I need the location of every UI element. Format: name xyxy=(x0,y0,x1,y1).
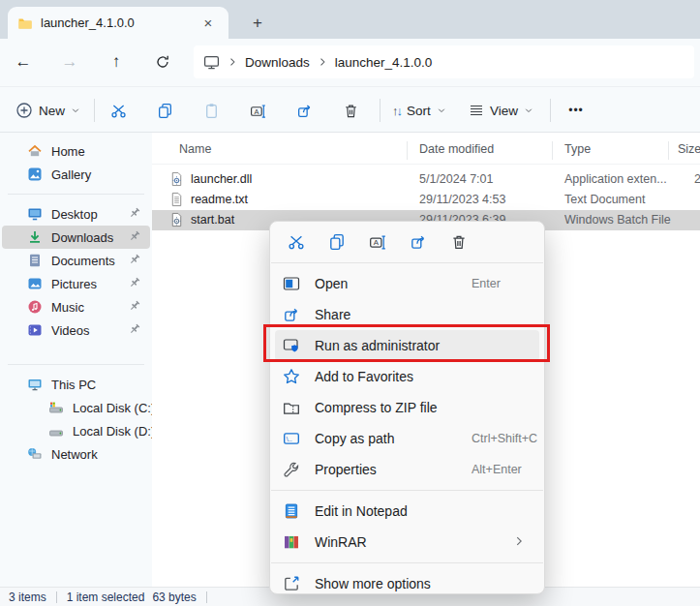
sidebar-item-network[interactable]: Network xyxy=(2,442,150,466)
rename-button[interactable]: A xyxy=(242,95,273,126)
chevron-down-icon xyxy=(71,106,80,115)
column-resizer[interactable] xyxy=(668,141,669,160)
folder-icon xyxy=(17,15,33,31)
menu-item-run-as-administrator[interactable]: Run as administrator xyxy=(275,330,539,361)
trash-icon xyxy=(450,233,468,251)
svg-text:A: A xyxy=(254,106,259,115)
sidebar-item-music[interactable]: Music xyxy=(2,295,150,318)
menu-divider xyxy=(271,490,543,491)
share-button[interactable] xyxy=(289,95,320,126)
context-copy-button[interactable] xyxy=(319,227,355,257)
column-header-size[interactable]: Size xyxy=(678,142,700,156)
menu-item-edit-in-notepad[interactable]: Edit in Notepad xyxy=(275,496,539,527)
up-button[interactable]: ↑ xyxy=(101,46,132,77)
music-icon xyxy=(27,299,43,315)
menu-item-copy-as-path[interactable]: \.. Copy as path Ctrl+Shift+C xyxy=(275,423,539,454)
header-divider xyxy=(152,164,700,165)
sidebar-item-home[interactable]: Home xyxy=(2,139,150,163)
column-header-name[interactable]: Name xyxy=(179,142,211,156)
pictures-icon xyxy=(27,276,43,291)
context-cut-button[interactable] xyxy=(278,227,315,257)
navigation-bar: ← → ↑ Downloads launcher_4.1.0.0 xyxy=(0,39,700,86)
share-icon xyxy=(283,306,300,323)
tab-title: launcher_4.1.0.0 xyxy=(41,15,198,30)
column-header-type[interactable]: Type xyxy=(564,142,591,156)
menu-divider xyxy=(271,562,543,563)
context-rename-button[interactable]: A xyxy=(359,227,396,257)
chevron-right-icon xyxy=(317,56,328,68)
paste-button xyxy=(196,95,227,126)
gallery-icon xyxy=(27,167,43,182)
column-header-date-modified[interactable]: Date modified xyxy=(419,142,494,156)
menu-item-compress-to-zip[interactable]: Compress to ZIP file xyxy=(275,392,539,423)
sidebar: Home Gallery Desktop Downloads Documents… xyxy=(0,133,152,587)
pin-icon[interactable] xyxy=(128,253,141,266)
copy-button[interactable] xyxy=(149,95,180,126)
share-icon xyxy=(410,233,427,251)
sidebar-item-desktop[interactable]: Desktop xyxy=(2,202,150,226)
pin-icon[interactable] xyxy=(128,276,141,289)
context-menu: A Open Enter Share Run as administrator … xyxy=(269,221,545,594)
menu-item-show-more-options[interactable]: Show more options xyxy=(275,568,539,599)
delete-button[interactable] xyxy=(335,95,366,126)
file-row-readme-txt[interactable]: readme.txt 29/11/2023 4:53 Text Document xyxy=(152,190,700,210)
sidebar-item-local-disk-d[interactable]: Local Disk (D:) xyxy=(2,419,150,442)
sidebar-item-gallery[interactable]: Gallery xyxy=(2,163,150,186)
breadcrumb-downloads[interactable]: Downloads xyxy=(245,55,310,70)
network-icon xyxy=(27,446,43,462)
menu-item-winrar[interactable]: WinRAR xyxy=(275,527,539,558)
menu-item-add-to-favorites[interactable]: Add to Favorites xyxy=(275,361,539,392)
column-resizer[interactable] xyxy=(407,141,408,160)
notepad-icon xyxy=(283,502,300,520)
trash-icon xyxy=(343,103,359,119)
title-bar: launcher_4.1.0.0 × + xyxy=(0,0,700,39)
home-icon xyxy=(27,143,43,159)
refresh-button[interactable] xyxy=(147,46,178,77)
downloads-icon xyxy=(27,229,43,245)
sidebar-item-documents[interactable]: Documents xyxy=(2,249,150,272)
more-options-button[interactable]: ••• xyxy=(560,95,593,126)
sidebar-item-videos[interactable]: Videos xyxy=(2,318,150,342)
new-tab-button[interactable]: + xyxy=(246,12,269,35)
sidebar-divider xyxy=(8,364,144,365)
txt-file-icon xyxy=(169,192,184,207)
cut-icon xyxy=(110,103,127,119)
pin-icon[interactable] xyxy=(128,206,141,220)
view-button-label: View xyxy=(490,104,518,118)
column-resizer[interactable] xyxy=(552,141,553,160)
context-delete-button[interactable] xyxy=(441,227,477,257)
tab-close-icon[interactable]: × xyxy=(198,13,219,34)
context-menu-icon-bar: A xyxy=(270,224,544,260)
address-bar[interactable]: Downloads launcher_4.1.0.0 xyxy=(194,45,694,78)
disk-c-icon xyxy=(48,400,64,415)
menu-item-share[interactable]: Share xyxy=(275,299,539,330)
explorer-tab[interactable]: launcher_4.1.0.0 × xyxy=(8,7,228,39)
bat-file-icon xyxy=(169,212,184,227)
pin-icon[interactable] xyxy=(128,229,141,243)
pin-icon[interactable] xyxy=(128,299,141,313)
new-button[interactable]: New xyxy=(10,95,86,126)
breadcrumb-current-folder[interactable]: launcher_4.1.0.0 xyxy=(335,55,433,70)
path-icon: \.. xyxy=(283,430,300,447)
share-icon xyxy=(296,103,313,119)
menu-item-open[interactable]: Open Enter xyxy=(275,268,539,299)
menu-item-properties[interactable]: Properties Alt+Enter xyxy=(275,454,539,485)
sidebar-item-this-pc[interactable]: This PC xyxy=(2,373,150,396)
status-divider xyxy=(206,591,207,603)
disk-d-icon xyxy=(48,423,64,439)
pin-icon[interactable] xyxy=(128,322,141,336)
status-divider xyxy=(56,591,57,603)
sidebar-item-downloads[interactable]: Downloads xyxy=(2,226,150,249)
sidebar-item-local-disk-c[interactable]: Local Disk (C:) xyxy=(2,396,150,419)
sort-button[interactable]: ↑↓ Sort xyxy=(386,95,452,126)
sidebar-item-pictures[interactable]: Pictures xyxy=(2,272,150,295)
videos-icon xyxy=(27,322,43,338)
file-row-launcher-dll[interactable]: launcher.dll 5/1/2024 7:01 Application e… xyxy=(152,169,700,190)
this-pc-icon xyxy=(27,377,43,392)
cut-button[interactable] xyxy=(103,95,134,126)
context-share-button[interactable] xyxy=(400,227,437,257)
back-button[interactable]: ← xyxy=(8,46,39,77)
admin-shield-icon xyxy=(283,337,300,354)
view-button[interactable]: View xyxy=(463,95,539,126)
this-pc-icon xyxy=(203,54,220,71)
